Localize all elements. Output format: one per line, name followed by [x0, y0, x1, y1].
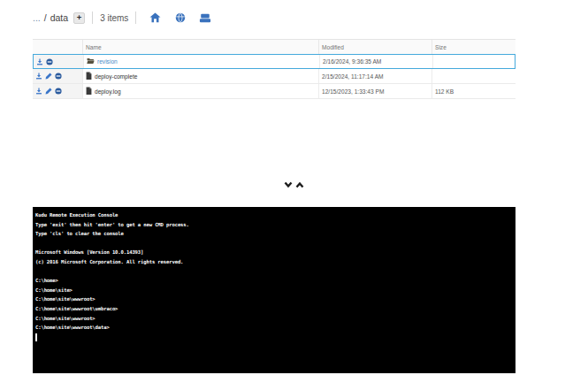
size-cell: 112 KB	[431, 84, 515, 98]
folder-name-link[interactable]: revision	[97, 58, 118, 65]
modified-cell: 2/15/2024, 11:17:14 AM	[318, 69, 431, 83]
download-icon[interactable]	[35, 88, 42, 95]
chevron-up-icon[interactable]	[295, 181, 304, 188]
delete-icon[interactable]	[55, 73, 62, 80]
console-line: Microsoft Windows [Version 10.0.14393]	[35, 248, 512, 257]
file-name-cell: deploy-complete	[82, 69, 318, 83]
download-icon[interactable]	[36, 58, 43, 65]
file-icon	[86, 87, 92, 96]
console-line: C:\home\site>	[35, 286, 512, 295]
remote-execution-console[interactable]: Kudu Remote Execution Console Type 'exit…	[33, 207, 515, 373]
console-line	[35, 239, 512, 249]
name-column-header: Name	[82, 40, 318, 54]
file-name-label[interactable]: deploy-complete	[95, 73, 137, 80]
file-name-label[interactable]: deploy.log	[95, 88, 121, 95]
size-column-header: Size	[431, 40, 515, 54]
row-actions-cell	[34, 55, 83, 68]
breadcrumb-current-folder: data	[50, 12, 68, 23]
chevron-down-icon[interactable]	[284, 181, 293, 188]
delete-icon[interactable]	[46, 58, 53, 65]
toolbar: ... / data + 3 items	[33, 8, 211, 27]
drive-icon[interactable]	[198, 11, 211, 25]
file-icon	[86, 72, 92, 80]
toolbar-divider	[135, 11, 136, 24]
console-line: Type 'cls' to clear the console	[35, 229, 512, 239]
modified-cell: 12/15/2023, 1:33:43 PM	[318, 84, 431, 98]
edit-icon[interactable]	[45, 88, 52, 95]
table-header-row: Name Modified Size	[33, 40, 515, 54]
console-line: Type 'exit' then hit 'enter' to get a ne…	[35, 220, 512, 230]
console-line: Kudu Remote Execution Console	[35, 210, 512, 220]
table-row: deploy-complete 2/15/2024, 11:17:14 AM	[33, 69, 515, 84]
console-line: C:\home\site\wwwroot\data>	[35, 323, 512, 333]
modified-column-header: Modified	[318, 40, 431, 54]
breadcrumb-separator: /	[44, 12, 47, 23]
row-actions-cell	[33, 69, 82, 83]
console-line: C:\home\site\wwwroot>	[35, 295, 512, 304]
new-item-button[interactable]: +	[73, 12, 85, 24]
file-browser-table: Name Modified Size revision 2/16/2024, 9…	[33, 39, 515, 99]
globe-icon[interactable]	[173, 11, 187, 25]
size-cell	[432, 55, 516, 68]
item-count-label: 3 items	[100, 13, 128, 23]
breadcrumb-parent-link[interactable]: ...	[33, 12, 41, 23]
actions-header-cell	[33, 40, 82, 54]
console-line: C:\home\site\wwwroot\umbraco>	[35, 304, 512, 314]
modified-cell: 2/16/2024, 9:36:35 AM	[319, 55, 432, 68]
home-icon[interactable]	[149, 11, 162, 25]
toolbar-divider	[92, 11, 93, 24]
delete-icon[interactable]	[55, 88, 62, 95]
console-line: (c) 2016 Microsoft Corporation. All righ…	[35, 257, 512, 267]
size-cell	[431, 69, 515, 83]
download-icon[interactable]	[35, 73, 42, 80]
console-resize-controls	[284, 181, 304, 188]
folder-icon	[87, 57, 95, 65]
console-line: C:\home>	[35, 276, 512, 286]
breadcrumb: ... / data	[33, 12, 68, 23]
row-actions-cell	[33, 84, 82, 98]
console-line: C:\home\site\wwwroot>	[35, 314, 512, 324]
table-row: deploy.log 12/15/2023, 1:33:43 PM 112 KB	[33, 84, 515, 99]
console-cursor	[35, 333, 37, 341]
table-row: revision 2/16/2024, 9:36:35 AM	[33, 54, 515, 69]
file-name-cell: deploy.log	[82, 84, 318, 98]
file-name-cell: revision	[83, 55, 319, 68]
edit-icon[interactable]	[45, 73, 52, 80]
console-line	[35, 267, 512, 277]
